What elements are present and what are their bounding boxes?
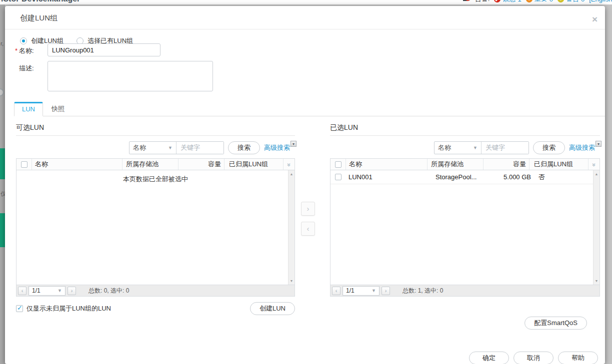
advanced-search-link[interactable]: 高级搜索 ▾ (569, 143, 595, 152)
description-textarea[interactable] (48, 61, 213, 91)
scroll-up-icon[interactable]: ▲ (594, 172, 600, 176)
available-lun-table: 名称 所属存储池 容量 已归属LUN组 » 本页数据已全部被选中 ▲▼ ‹ 1/… (16, 158, 295, 297)
column-settings-icon[interactable]: » (588, 159, 600, 170)
alarm-critical-link[interactable]: 紧急 1 (494, 0, 521, 3)
selected-lun-search-row: 名称 ▼ 搜索 高级搜索 ▾ (330, 141, 600, 154)
available-lun-panel: 可选LUN 名称 ▼ 搜索 高级搜索 ▾ 名称 所属存储池 容量 已归属LUN组 (16, 123, 295, 315)
selected-lun-table: 名称 所属存储池 容量 已归属LUN组 » LUN001 StoragePool… (330, 158, 600, 297)
tab-snapshot[interactable]: 快照 (44, 102, 72, 116)
column-capacity[interactable]: 容量 (178, 159, 224, 170)
page-select[interactable]: 1/1 ▼ (342, 286, 380, 296)
page-select[interactable]: 1/1 ▼ (28, 286, 66, 296)
page-value: 1/1 (32, 287, 40, 294)
column-storage-pool[interactable]: 所属存储池 (122, 159, 178, 170)
scrollbar[interactable]: ▲▼ (593, 170, 600, 285)
search-combo: 名称 ▼ (129, 141, 224, 154)
advanced-search-badge-icon: ▾ (596, 141, 602, 147)
available-lun-pagination: ‹ 1/1 ▼ › 总数: 0, 选中: 0 (16, 285, 294, 296)
column-name[interactable]: 名称 (32, 159, 122, 170)
search-filter-select[interactable]: 名称 ▼ (130, 142, 176, 154)
ok-button[interactable]: 确定 (469, 352, 509, 364)
major-alarm-icon (526, 0, 532, 2)
table-header: 名称 所属存储池 容量 已归属LUN组 » (330, 159, 600, 170)
lun-snapshot-tabs: LUN 快照 (14, 102, 605, 116)
required-asterisk: * (15, 47, 18, 54)
dimmed-background-strip: r, 仅 (0, 4, 5, 364)
select-all-checkbox[interactable] (21, 161, 28, 168)
advanced-search-link[interactable]: 高级搜索 ▾ (264, 143, 290, 152)
app-title: iStor DeviceManager (1, 0, 80, 3)
help-button[interactable]: 帮助 (558, 352, 598, 364)
app-topbar: iStor DeviceManager 告警: 紧急 1 重要 0 警告 0 [… (0, 0, 612, 4)
column-lun-group[interactable]: 已归属LUN组 (224, 159, 283, 170)
all-selected-message: 本页数据已全部被选中 (16, 170, 294, 184)
alarm-label: 告警: (475, 0, 490, 3)
chevron-down-icon: ▼ (372, 288, 376, 293)
available-lun-footer: 仅显示未归属于LUN组的LUN 创建LUN (16, 302, 295, 315)
language-switch-link[interactable]: [English] (589, 0, 612, 3)
warning-alarm-icon (558, 0, 564, 2)
prev-page-button[interactable]: ‹ (18, 287, 26, 295)
row-checkbox[interactable] (335, 174, 342, 180)
chevron-down-icon: ▼ (168, 145, 172, 150)
alarm-major-link[interactable]: 重要 0 (526, 0, 553, 3)
search-button[interactable]: 搜索 (533, 141, 565, 154)
search-button[interactable]: 搜索 (228, 141, 260, 154)
search-keyword-input[interactable] (482, 142, 528, 154)
prev-page-button[interactable]: ‹ (332, 287, 340, 295)
page-value: 1/1 (346, 287, 354, 294)
background-green-bar (0, 213, 5, 247)
row-storage-pool: StoragePool... (432, 170, 488, 184)
next-page-button[interactable]: › (382, 287, 390, 295)
column-name[interactable]: 名称 (346, 159, 427, 170)
select-all-checkbox[interactable] (335, 161, 342, 168)
alarm-critical-count: 1 (518, 0, 521, 3)
scroll-up-icon[interactable]: ▲ (288, 172, 294, 176)
column-capacity[interactable]: 容量 (483, 159, 529, 170)
column-lun-group[interactable]: 已归属LUN组 (529, 159, 588, 170)
move-left-button[interactable]: ‹ (301, 222, 315, 236)
available-lun-title: 可选LUN (16, 123, 295, 136)
show-only-unassigned-label: 仅显示未归属于LUN组的LUN (26, 304, 111, 313)
create-lun-group-dialog: 创建LUN组 × 创建LUN组 选择已有LUN组 *名称: 描述: LUN 快照… (5, 6, 605, 364)
next-page-button[interactable]: › (68, 287, 76, 295)
search-keyword-input[interactable] (176, 142, 224, 154)
search-filter-select[interactable]: 名称 ▼ (434, 142, 482, 154)
table-row[interactable]: LUN001 StoragePool... 5.000 GB 否 (330, 170, 593, 184)
create-lun-button[interactable]: 创建LUN (250, 302, 295, 315)
pagination-summary: 总数: 1, 选中: 0 (402, 287, 443, 295)
alarm-warning-label: 警告 (566, 0, 579, 3)
dialog-footer: 确定 取消 帮助 (469, 352, 598, 364)
close-icon[interactable]: × (592, 14, 598, 24)
scrollbar[interactable]: ▲▼ (288, 170, 294, 285)
row-in-group: 否 (534, 170, 593, 184)
cancel-button[interactable]: 取消 (514, 352, 554, 364)
description-label: 描述: (19, 64, 34, 73)
search-filter-value: 名称 (133, 143, 146, 152)
move-right-button[interactable]: › (301, 202, 315, 216)
table-header: 名称 所属存储池 容量 已归属LUN组 » (16, 159, 294, 170)
selected-lun-table-body: LUN001 StoragePool... 5.000 GB 否 ▲▼ (330, 170, 600, 285)
scroll-down-icon[interactable]: ▼ (594, 279, 600, 283)
alarm-mute-icon[interactable] (463, 0, 470, 2)
chevron-down-icon: ▼ (473, 145, 478, 150)
scroll-down-icon[interactable]: ▼ (288, 279, 294, 283)
background-icon-fragment (0, 88, 4, 96)
row-capacity: 5.000 GB (488, 170, 534, 184)
critical-alarm-icon (494, 0, 500, 2)
pagination-summary: 总数: 0, 选中: 0 (88, 287, 129, 295)
show-only-unassigned-checkbox[interactable] (16, 305, 23, 312)
column-storage-pool[interactable]: 所属存储池 (427, 159, 483, 170)
background-green-bar (0, 148, 5, 179)
tab-lun[interactable]: LUN (14, 102, 43, 116)
alarm-warning-link[interactable]: 警告 0 (558, 0, 584, 3)
name-input[interactable] (48, 43, 160, 56)
column-settings-icon[interactable]: » (283, 159, 294, 170)
selected-lun-panel: 已选LUN 名称 ▼ 搜索 高级搜索 ▾ 名称 所属存储池 容量 已归属LUN组 (330, 123, 600, 330)
alarm-critical-label: 紧急 (502, 0, 516, 3)
search-combo: 名称 ▼ (434, 141, 529, 154)
alarm-major-label: 重要 (534, 0, 548, 3)
row-name: LUN001 (346, 170, 432, 184)
dialog-title: 创建LUN组 (5, 6, 605, 29)
configure-smartqos-button[interactable]: 配置SmartQoS (524, 317, 587, 330)
